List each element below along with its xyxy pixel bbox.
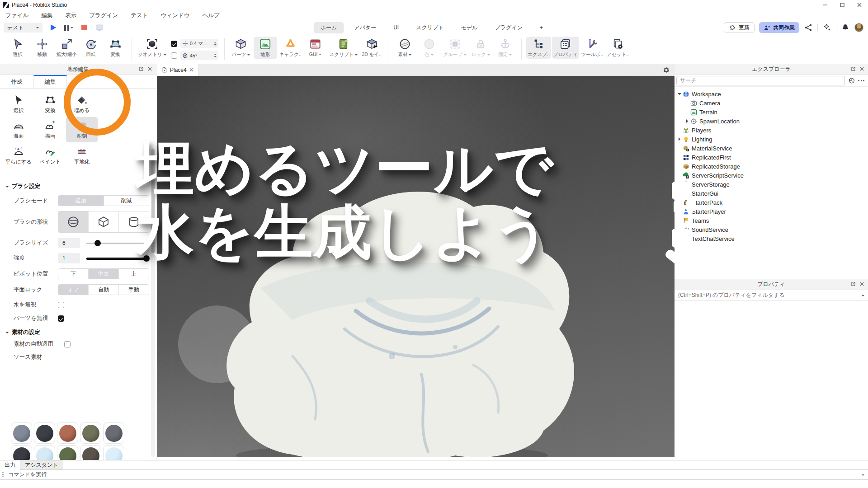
ribbon-button-script[interactable]: スクリプト (328, 37, 359, 59)
ribbon-button-rotate[interactable]: 回転 (79, 37, 103, 59)
command-input[interactable]: コマンドを実行 (8, 471, 862, 479)
tree-item-Teams[interactable]: Teams (675, 216, 868, 225)
tree-item-TextChatService[interactable]: TextChatService (675, 234, 868, 243)
ribbon-tab-5[interactable]: プラグイン (488, 22, 529, 33)
place-tab[interactable]: Place4 (157, 64, 198, 76)
pivot-中央[interactable]: 中央 (88, 269, 118, 279)
tree-item-Workspace[interactable]: Workspace (675, 89, 868, 99)
device-emulator-icon[interactable] (95, 23, 104, 32)
minimize-icon[interactable] (816, 0, 834, 10)
terrain-tool-t_select[interactable]: 選択 (3, 91, 34, 117)
ribbon-button-group[interactable]: グループ (442, 37, 468, 59)
search-input[interactable]: サーチ (676, 76, 845, 85)
ribbon-button-assets[interactable]: アセット.. (605, 37, 630, 59)
properties-filter-input[interactable]: (Ctrl+Shift+P) のプロパティをフィルタする (675, 290, 868, 301)
brush-size-value[interactable]: 6 (58, 238, 80, 248)
ribbon-tab-2[interactable]: UI (387, 23, 406, 33)
ignore-parts-checkbox[interactable] (58, 315, 64, 322)
ribbon-button-color[interactable]: 色 (417, 37, 441, 59)
tree-item-Players[interactable]: Players (675, 126, 868, 135)
pivot-下[interactable]: 下 (58, 269, 88, 279)
ribbon-button-import3d[interactable]: 3D をイ.. (360, 37, 383, 59)
ribbon-button-properties[interactable]: プロパティ (552, 37, 579, 59)
test-mode-dropdown[interactable]: テスト (4, 23, 42, 33)
popout-icon[interactable] (851, 282, 856, 288)
ribbon-tab-4[interactable]: モデル (454, 22, 485, 33)
brush-shape-cube[interactable] (88, 211, 118, 232)
ribbon-button-character[interactable]: キャラク.. (278, 37, 303, 59)
menu-item-6[interactable]: ヘルプ (203, 12, 220, 19)
command-bar[interactable]: コマンドを実行 (0, 470, 868, 480)
gear-icon[interactable] (663, 66, 670, 74)
close-icon[interactable] (859, 66, 864, 73)
share-icon[interactable] (804, 23, 813, 32)
ignore-water-checkbox[interactable] (58, 302, 64, 308)
bottom-tab-1[interactable]: アシスタント (20, 460, 63, 470)
material-Concrete[interactable] (103, 422, 124, 444)
maximize-icon[interactable] (834, 0, 851, 10)
ribbon-tab-0[interactable]: ホーム (314, 22, 344, 33)
ribbon-button-part[interactable]: パーツ (229, 37, 253, 59)
ribbon-button-toolbox[interactable]: ツールボ.. (580, 37, 605, 59)
ribbon-tab-1[interactable]: アバター (347, 22, 383, 33)
tree-item-SpawnLocation[interactable]: SpawnLocation (675, 117, 868, 126)
ribbon-button-lock[interactable]: ロック (469, 37, 492, 59)
tree-item-Terrain[interactable]: Terrain (675, 108, 868, 117)
spinner-icon[interactable] (214, 41, 217, 47)
material-Cobblestone[interactable] (80, 422, 101, 444)
plane-lock-オフ[interactable]: オフ (58, 285, 88, 295)
ribbon-tab-3[interactable]: スクリプト (409, 22, 450, 33)
tree-item-StarterGui[interactable]: StarterGui (675, 189, 868, 198)
expander-open-icon[interactable] (677, 92, 682, 96)
material-Asphalt[interactable] (11, 422, 32, 444)
menu-item-5[interactable]: ウィンドウ (161, 12, 190, 19)
brush-settings-section[interactable]: ブラシ設定 (0, 183, 149, 190)
bottom-tab-0[interactable]: 出力 (0, 460, 20, 470)
menu-item-1[interactable]: 編集 (41, 12, 52, 19)
menu-item-0[interactable]: ファイル (5, 12, 28, 19)
collaborate-button[interactable]: 共同作業 (759, 22, 799, 33)
strength-value[interactable]: 1 (58, 253, 80, 263)
notifications-bell-icon[interactable] (841, 23, 850, 32)
tree-item-ReplicatedFirst[interactable]: ReplicatedFirst (675, 153, 868, 162)
tree-item-Lighting[interactable]: Lighting (675, 135, 868, 144)
spinner-icon[interactable] (214, 52, 217, 59)
ai-sparkle-icon[interactable] (822, 23, 831, 32)
ribbon-button-terrain[interactable]: 地形 (254, 37, 277, 59)
terrain-tool-t_draw[interactable]: 描画 (34, 117, 66, 142)
stop-icon[interactable] (81, 25, 87, 30)
close-tab-icon[interactable] (189, 68, 193, 72)
menu-item-2[interactable]: 表示 (65, 12, 76, 19)
drag-handle-icon[interactable] (0, 472, 5, 478)
ribbon-button-geometry[interactable]: ジオメトリ (137, 37, 168, 59)
ribbon-button-cursor[interactable]: 選択 (6, 37, 29, 59)
pause-button[interactable] (64, 25, 73, 31)
chevron-down-icon[interactable] (862, 474, 864, 477)
menu-item-3[interactable]: プラグイン (89, 12, 118, 19)
ribbon-button-material[interactable]: 素材 (393, 37, 416, 59)
snap-checkbox-0[interactable] (171, 41, 177, 47)
terrain-tool-t_level[interactable]: 平地化 (66, 143, 98, 168)
expander-closed-icon[interactable] (677, 137, 682, 141)
ribbon-button-explorer[interactable]: エクスプ.. (526, 37, 551, 59)
menu-item-4[interactable]: テスト (131, 12, 148, 19)
update-button[interactable]: 更新 (724, 22, 755, 33)
terrain-tab-0[interactable]: 作成 (0, 75, 33, 88)
snap-checkbox-1[interactable] (171, 52, 177, 59)
tree-item-StarterPlayer[interactable]: StarterPlayer (675, 207, 868, 216)
popout-icon[interactable] (851, 66, 856, 73)
tree-item-StarterPack[interactable]: StarterPack (675, 198, 868, 207)
play-icon[interactable] (51, 24, 56, 31)
material-settings-section[interactable]: 素材の設定 (0, 328, 149, 336)
close-icon[interactable] (851, 0, 868, 10)
plane-lock-手動[interactable]: 手動 (118, 285, 149, 295)
terrain-tool-t_paint[interactable]: ペイント (34, 143, 66, 168)
snap-stepper-0[interactable]: 0.4 マ... (180, 39, 218, 48)
auto-material-checkbox[interactable] (64, 341, 71, 347)
3d-viewport[interactable] (157, 76, 675, 457)
close-icon[interactable] (859, 282, 864, 288)
material-Basalt[interactable] (34, 422, 55, 444)
history-icon[interactable] (848, 77, 855, 84)
ribbon-tab-6[interactable]: + (533, 23, 550, 33)
slider-thumb[interactable] (94, 240, 101, 246)
